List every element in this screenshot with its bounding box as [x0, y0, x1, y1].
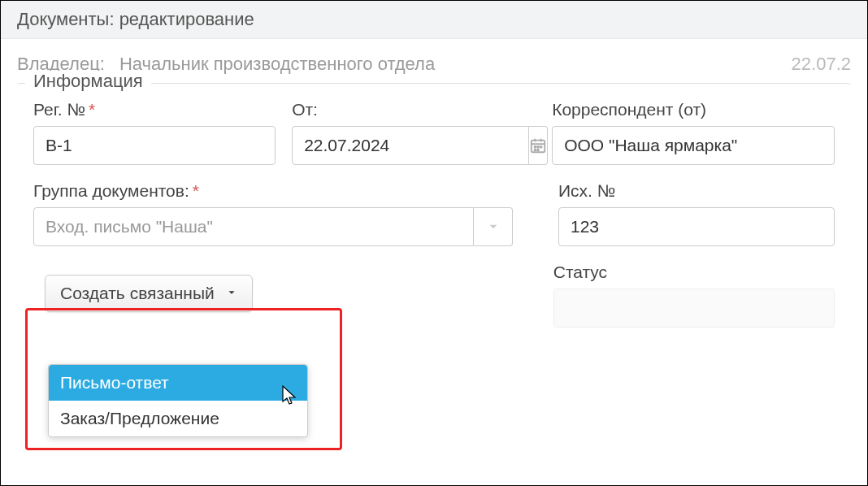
- chevron-down-icon: [226, 287, 237, 301]
- from-date-input[interactable]: [292, 126, 529, 165]
- correspondent-input[interactable]: [552, 126, 835, 165]
- menu-item-order-offer[interactable]: Заказ/Предложение: [49, 401, 307, 436]
- owner-value: Начальник производственного отдела: [119, 54, 792, 75]
- outgoing-no-label: Исх. №: [558, 181, 835, 201]
- status-display: [553, 289, 835, 328]
- fieldset-legend: Информация: [25, 71, 151, 92]
- from-date-label: От:: [292, 100, 536, 119]
- chevron-down-icon[interactable]: [474, 207, 513, 246]
- create-linked-menu: Письмо-ответ Заказ/Предложение: [48, 364, 308, 437]
- create-linked-label: Создать связанный: [60, 284, 215, 303]
- svg-point-7: [535, 150, 536, 151]
- reg-no-input[interactable]: [33, 126, 276, 165]
- info-fieldset: Информация Рег. №* От:: [17, 83, 851, 344]
- create-linked-button[interactable]: Создать связанный: [45, 275, 253, 312]
- required-asterisk: *: [193, 181, 199, 200]
- svg-point-4: [535, 146, 536, 148]
- reg-no-label: Рег. №*: [33, 100, 276, 119]
- svg-point-5: [537, 146, 539, 148]
- doc-group-label: Группа документов:*: [33, 181, 513, 201]
- menu-item-reply-letter[interactable]: Письмо-ответ: [49, 365, 307, 401]
- owner-date: 22.07.2: [792, 54, 851, 75]
- calendar-icon[interactable]: [529, 126, 548, 165]
- status-label: Статус: [553, 263, 835, 282]
- required-asterisk: *: [89, 100, 95, 119]
- page-title: Документы: редактирование: [1, 1, 867, 39]
- owner-row: Владелец: Начальник производственного от…: [1, 39, 867, 75]
- svg-point-6: [540, 146, 542, 148]
- svg-point-8: [537, 150, 539, 151]
- outgoing-no-input[interactable]: [558, 207, 835, 246]
- doc-group-select[interactable]: Вход. письмо "Наша": [33, 207, 474, 246]
- correspondent-label: Корреспондент (от): [552, 100, 835, 119]
